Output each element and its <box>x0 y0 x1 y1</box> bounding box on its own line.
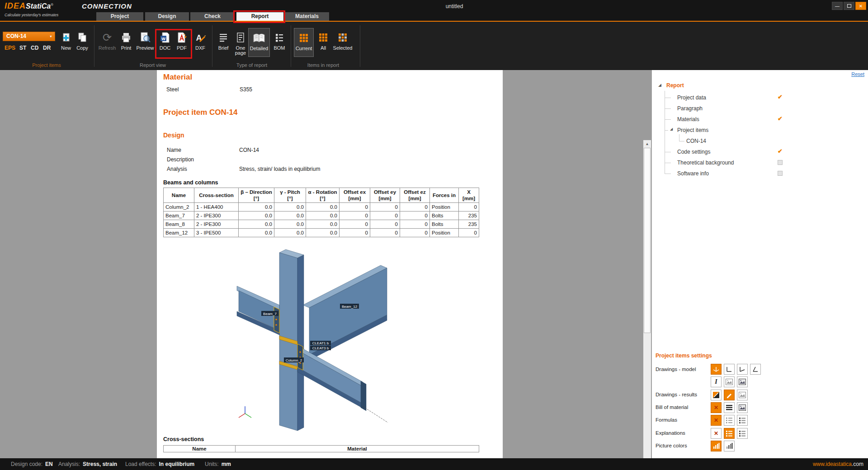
model-label-beam12: Beam_12 <box>340 304 359 309</box>
detailed-book-icon <box>252 30 266 46</box>
copy-button[interactable]: Copy <box>74 30 90 51</box>
word-doc-icon: W <box>159 30 171 45</box>
dxf-icon: A <box>194 30 206 45</box>
vertical-scrollbar[interactable]: ▲ ▼ <box>643 140 651 470</box>
tree-expander-icon[interactable]: ◢ <box>670 127 673 131</box>
ribbon: CON-14 ▼ EPS ST CD DR Project items New … <box>0 22 868 70</box>
tree-root-report[interactable]: Report <box>666 82 684 89</box>
tab-report[interactable]: Report <box>236 12 283 21</box>
results-drawing-button[interactable] <box>724 390 735 400</box>
beams-columns-table: Name Cross-section β – Direction[°] γ - … <box>163 188 479 237</box>
picture-dark-button[interactable] <box>737 376 748 387</box>
group-separator <box>212 25 212 67</box>
formulas-list-button[interactable] <box>737 415 748 426</box>
svg-text:W: W <box>161 37 165 41</box>
export-dxf-button[interactable]: A DXF <box>193 30 208 51</box>
report-viewer: Material Steel S355 Project item CON-14 … <box>0 70 651 458</box>
label-bill-of-material: Bill of material <box>656 404 688 410</box>
tree-item-software-info[interactable]: Software info <box>652 169 868 178</box>
new-button[interactable]: New <box>59 30 73 51</box>
bom-none-button[interactable]: ✕ <box>711 402 722 413</box>
checkbox-unchecked[interactable] <box>778 171 783 176</box>
tab-project[interactable]: Project <box>96 12 143 21</box>
view-yz-button[interactable] <box>750 364 761 375</box>
close-button[interactable]: ✕ <box>855 2 866 10</box>
picture-button[interactable] <box>724 376 735 387</box>
tree-item-project-data[interactable]: Project data ✔ <box>652 94 868 102</box>
status-analysis: Analysis:Stress, strain <box>58 461 117 467</box>
refresh-button[interactable]: ⟳ Refresh <box>97 30 117 51</box>
one-page-button[interactable]: One page <box>232 30 249 56</box>
tree-item-theoretical-background[interactable]: Theoretical background <box>652 159 868 167</box>
report-settings-panel: Reset ◢ Report Project data ✔ Paragraph … <box>651 70 868 458</box>
tree-item-materials[interactable]: Materials ✔ <box>652 115 868 123</box>
explanations-list-button[interactable] <box>724 428 735 439</box>
heading-material: Material <box>163 73 192 82</box>
heading-cross-sections: Cross-sections <box>163 436 204 442</box>
table-row: Beam_82 - IPE3000.00.00.0000Bolts235 <box>164 220 479 229</box>
group-separator <box>360 25 360 67</box>
tree-item-code-settings[interactable]: Code settings ✔ <box>652 148 868 156</box>
scrollbar-thumb[interactable] <box>644 148 651 333</box>
code-button-dr[interactable]: DR <box>43 45 51 52</box>
tab-materials[interactable]: Materials <box>285 12 329 21</box>
items-selected-button[interactable]: Selected <box>331 30 354 51</box>
tab-check[interactable]: Check <box>190 12 235 21</box>
table-row: Column_21 - HEA4000.00.00.0000Position0 <box>164 203 479 212</box>
maximize-icon <box>847 4 851 8</box>
minimize-button[interactable]: — <box>832 2 843 10</box>
maximize-button[interactable] <box>844 2 854 10</box>
checkbox-checked-icon[interactable]: ✔ <box>778 115 783 122</box>
code-button-cd[interactable]: CD <box>31 45 38 52</box>
items-all-button[interactable]: All <box>316 30 330 51</box>
project-item-combobox[interactable]: CON-14 ▼ <box>3 32 55 41</box>
brief-button[interactable]: Brief <box>216 30 231 51</box>
export-pdf-button[interactable]: PDF <box>174 30 189 51</box>
results-picture-button[interactable] <box>737 390 748 400</box>
view-axonometry-button[interactable] <box>711 364 722 375</box>
formulas-short-button[interactable] <box>724 415 735 426</box>
tree-expander-icon[interactable]: ◢ <box>658 83 661 87</box>
items-current-button[interactable]: Current <box>294 28 314 57</box>
scroll-up-icon[interactable]: ▲ <box>643 140 651 148</box>
print-button[interactable]: Print <box>118 30 134 51</box>
code-button-st[interactable]: ST <box>19 45 26 52</box>
bom-picture-button[interactable] <box>737 402 748 413</box>
checkbox-checked-icon[interactable]: ✔ <box>778 94 783 100</box>
checkbox-checked-icon[interactable]: ✔ <box>778 148 783 155</box>
bom-button[interactable]: BOM <box>271 30 288 51</box>
x-icon: ✕ <box>714 418 718 423</box>
results-split-button[interactable] <box>711 390 722 400</box>
code-button-eps[interactable]: EPS <box>5 45 15 52</box>
copy-icon <box>76 30 88 45</box>
tree-item-project-items[interactable]: ◢ Project items <box>652 126 868 134</box>
group-label-type-of-report: Type of report <box>216 62 288 68</box>
colors-chart-button[interactable] <box>711 441 722 451</box>
model-label-column2: Column_2 <box>284 357 304 362</box>
checkbox-unchecked[interactable] <box>778 160 783 165</box>
design-row-label: Description <box>167 156 194 163</box>
table-row: Beam_72 - IPE3000.00.00.0000Bolts235 <box>164 212 479 220</box>
view-xz-button[interactable] <box>737 364 748 375</box>
tab-design[interactable]: Design <box>145 12 189 21</box>
preview-button[interactable]: Preview <box>135 30 156 51</box>
tree-item-paragraph[interactable]: Paragraph <box>652 104 868 113</box>
heading-project-items-settings: Project items settings <box>656 352 712 359</box>
text-style-button[interactable]: I <box>711 376 722 387</box>
grayscale-chart-button[interactable] <box>724 441 735 451</box>
label-picture-colors: Picture colors <box>656 443 687 448</box>
formulas-none-button[interactable]: ✕ <box>711 415 722 426</box>
bom-lines-button[interactable] <box>724 402 735 413</box>
website-link[interactable]: www.ideastatica.com <box>813 461 863 467</box>
explanations-full-button[interactable] <box>737 428 748 439</box>
view-xy-button[interactable] <box>724 364 735 375</box>
tree-item-con-14[interactable]: CON-14 <box>652 137 868 145</box>
connection-3d-model[interactable]: Beam_7 Beam_12 CLEAT1 b CLEAT3 b Column_… <box>235 247 390 433</box>
refresh-icon: ⟳ <box>103 30 112 45</box>
group-label-items-in-report: Items in report <box>292 62 355 68</box>
export-doc-button[interactable]: W DOC <box>157 30 173 51</box>
design-row-value: Stress, strain/ loads in equilibrium <box>239 166 320 172</box>
explanations-none-button[interactable]: ✕ <box>711 428 722 439</box>
reset-link[interactable]: Reset <box>851 71 864 77</box>
detailed-button[interactable]: Detailed <box>248 28 270 57</box>
